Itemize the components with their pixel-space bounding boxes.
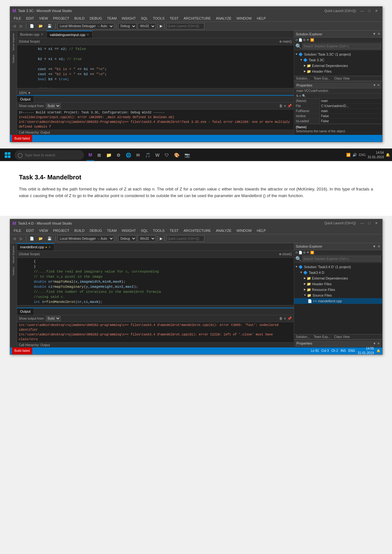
maximize-btn-2[interactable]: □ — [366, 221, 372, 226]
menu-architecture[interactable]: ARCHITECTURE — [181, 16, 213, 21]
toolbar2-save[interactable]: 💾 — [46, 236, 53, 241]
taskbar-search-box[interactable]: ◯ — [15, 150, 84, 160]
taskbar-app-camera[interactable]: 📷 — [183, 149, 192, 161]
tab-boolean[interactable]: Boolean.cpp ✕ — [17, 31, 47, 38]
sol-item-header[interactable]: ▶ 📁 Header Files — [294, 69, 382, 74]
taskbar-app-word[interactable]: W — [154, 149, 161, 161]
platform-combo-2[interactable]: Win32 — [138, 235, 156, 242]
menu2-help[interactable]: HELP — [254, 228, 268, 233]
toolbar2-new[interactable]: 📄 — [28, 236, 36, 241]
output-wrap[interactable]: ≡ — [284, 104, 286, 108]
menu-test[interactable]: TEST — [167, 16, 181, 21]
toolbar-new[interactable]: 📄 — [28, 23, 36, 29]
toolbar-run[interactable]: ▶ — [160, 24, 162, 28]
tab-validating-close[interactable]: ✕ — [87, 33, 89, 36]
sol2-props[interactable]: ⚙ — [303, 251, 306, 254]
scrollbar-h-2[interactable] — [17, 305, 294, 308]
sol2-item-project[interactable]: ▼ 🔷 Task3.4 D — [294, 270, 382, 275]
toolbar-open[interactable]: 📂 — [37, 23, 45, 29]
menu-tools[interactable]: TOOLS — [150, 16, 167, 21]
panel2-tab-team[interactable]: Team Exp... — [312, 334, 332, 339]
panel2-tab-class[interactable]: Class View — [332, 334, 352, 339]
maximize-btn[interactable]: □ — [366, 9, 372, 13]
sol2-preview[interactable]: 👁 — [306, 251, 310, 254]
props-close[interactable]: ✕ — [377, 83, 380, 87]
output2-wrap[interactable]: ≡ — [284, 316, 286, 321]
menu-window[interactable]: WINDOW — [234, 16, 254, 21]
menu-view[interactable]: VIEW — [37, 16, 51, 21]
tab-boolean-close[interactable]: ✕ — [41, 33, 43, 36]
output2-pin[interactable]: 📌 — [287, 316, 292, 321]
taskbar-app-security[interactable]: 🛡 — [163, 149, 171, 161]
toolbar2-run[interactable]: ▶ — [160, 237, 162, 241]
menu2-window[interactable]: WINDOW — [234, 228, 254, 233]
window-controls[interactable]: — □ ✕ — [359, 9, 380, 13]
sol2-pin[interactable]: ▼ — [373, 244, 376, 249]
code-editor-2[interactable]: { } //....find the real and imaginary va… — [17, 258, 294, 305]
taskbar-app-vs[interactable]: M — [87, 149, 94, 161]
close-btn-2[interactable]: ✕ — [373, 221, 380, 226]
start-button[interactable] — [2, 149, 13, 161]
platform-combo[interactable]: Win32 — [138, 23, 156, 29]
menu2-architecture[interactable]: ARCHITECTURE — [181, 228, 213, 233]
menu-analyze[interactable]: ANALYZE — [213, 16, 234, 21]
menu2-team[interactable]: TEAM — [105, 228, 119, 233]
props-pin[interactable]: ▼ — [373, 83, 376, 87]
output-tab-2[interactable]: Output — [17, 308, 34, 315]
props2-close[interactable]: ✕ — [377, 342, 380, 345]
panel-tab-class[interactable]: Class View — [332, 76, 352, 81]
menu-file[interactable]: FILE — [11, 16, 24, 21]
toolbox-tab[interactable]: Toolbox — [11, 53, 15, 65]
menu2-debug[interactable]: DEBUG — [87, 228, 105, 233]
menu2-insight[interactable]: INSIGHT — [119, 228, 138, 233]
menu2-project[interactable]: PROJECT — [51, 228, 72, 233]
toolbar2-open[interactable]: 📂 — [37, 236, 45, 241]
taskbar-search-input[interactable] — [25, 153, 81, 157]
server-explorer-tab-2[interactable]: Server Explorer — [11, 244, 15, 265]
zoom-label[interactable]: 100% ▼ — [19, 91, 31, 95]
taskbar-app-media[interactable]: 🎵 — [143, 149, 152, 161]
menu-sql[interactable]: SQL — [138, 16, 150, 21]
func-dropdown[interactable]: ⊕ main() — [279, 40, 292, 43]
sol2-item-source[interactable]: ▼ 📁 Source Files — [294, 292, 382, 298]
tab-validating[interactable]: validatinguserinput.cpp ✕ — [47, 31, 93, 38]
menu-build[interactable]: BUILD — [72, 16, 87, 21]
toolbar-fwd[interactable]: ▷ — [18, 23, 24, 29]
menu2-sql[interactable]: SQL — [138, 228, 150, 233]
toolbar-save[interactable]: 💾 — [46, 23, 53, 29]
sol-preview[interactable]: 👁 — [306, 38, 310, 42]
notification-icon[interactable]: 🔔 — [386, 153, 390, 157]
window-controls-2[interactable]: — □ ✕ — [359, 221, 380, 226]
panel2-tab-solution[interactable]: Solution... — [294, 334, 312, 339]
tab-mandelbrot-close[interactable]: ✕ — [48, 245, 51, 249]
props2-pin[interactable]: ▼ — [373, 342, 376, 345]
close-btn[interactable]: ✕ — [373, 9, 380, 13]
sol-new-file[interactable]: 📄 — [299, 38, 302, 42]
menu2-tools[interactable]: TOOLS — [150, 228, 167, 233]
toolbar2-back[interactable]: ◁ — [11, 236, 17, 241]
output-pin[interactable]: 📌 — [287, 104, 292, 108]
panel-tab-team[interactable]: Team Exp... — [312, 76, 332, 81]
minimize-btn-2[interactable]: — — [359, 221, 366, 226]
scrollbar-h-1[interactable] — [17, 88, 294, 91]
toolbox-tab-2[interactable]: Toolbox — [11, 266, 15, 277]
wifi-icon[interactable]: 📶 — [346, 153, 351, 157]
taskbar-app-settings[interactable]: ⚙ — [115, 149, 123, 161]
sol-item-project[interactable]: ▼ 🔷 Task 3.3C — [294, 57, 382, 63]
menu-help[interactable]: HELP — [254, 16, 268, 21]
sol-item-solution[interactable]: ▼ 🔷 Solution 'Task 3.3C' (1 project) — [294, 51, 382, 57]
minimize-btn[interactable]: — — [359, 9, 366, 13]
scope-label[interactable]: (Global Scope) — [19, 40, 40, 43]
tab-mandelbrot[interactable]: mandelbrot.cpp ● ✕ — [17, 243, 55, 250]
menu2-build[interactable]: BUILD — [72, 228, 87, 233]
server-explorer-tab[interactable]: Server Explorer — [11, 32, 15, 52]
statusbar-notif-icon[interactable]: 🔔 — [377, 349, 380, 352]
sol2-filter[interactable]: 🔽 — [310, 251, 314, 254]
props-filter[interactable]: 🔍 — [302, 94, 306, 98]
sol2-item-resource[interactable]: ▶ 📁 Resource Files — [294, 287, 382, 292]
sol2-item-mandelbrot-cpp[interactable]: 📄 ++ mandelbrot.cpp — [294, 298, 382, 304]
sol2-item-ext-deps[interactable]: ▶ 📁 External Dependencies — [294, 275, 382, 281]
sol2-item-header[interactable]: ▶ 📁 Header Files — [294, 281, 382, 287]
output-clear[interactable]: 🗑 — [279, 104, 283, 108]
toolbar2-fwd[interactable]: ▷ — [18, 236, 24, 241]
